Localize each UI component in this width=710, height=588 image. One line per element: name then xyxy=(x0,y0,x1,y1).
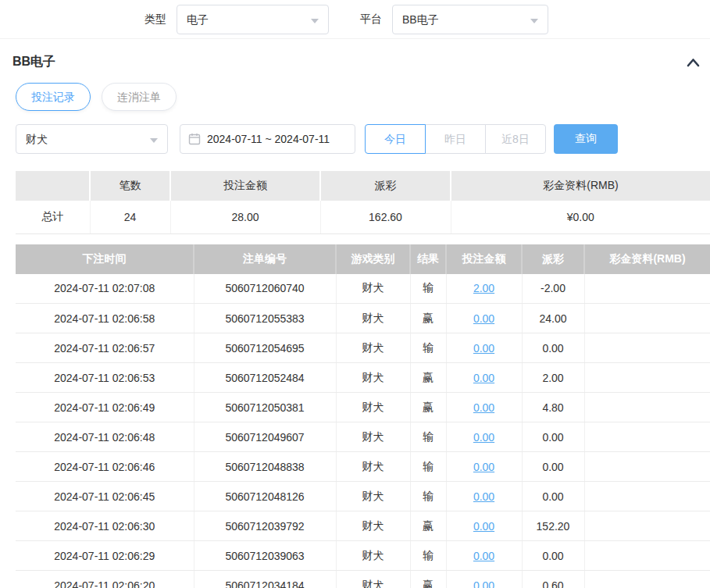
cell-bonus xyxy=(584,452,710,482)
bet-amount-link[interactable]: 0.00 xyxy=(473,461,494,473)
yesterday-button[interactable]: 昨日 xyxy=(425,124,486,154)
quick-date-button-group: 今日 昨日 近8日 xyxy=(365,124,546,154)
summary-header-payout: 派彩 xyxy=(320,171,451,201)
bet-amount-link[interactable]: 0.00 xyxy=(473,579,494,588)
section-header: BB电子 xyxy=(0,39,710,80)
header-bonus: 彩金资料(RMB) xyxy=(584,244,710,274)
header-game-category: 游戏类别 xyxy=(336,244,410,274)
cell-payout: 4.80 xyxy=(522,393,584,422)
query-row: 财犬 2024-07-11 ~ 2024-07-11 今日 昨日 近8日 查询 xyxy=(16,124,694,154)
cell-bonus xyxy=(584,422,710,452)
cell-game-category: 财犬 xyxy=(336,393,410,422)
cell-order-number: 5060712054695 xyxy=(194,333,336,363)
cell-result: 赢 xyxy=(410,363,446,393)
bet-amount-link[interactable]: 2.00 xyxy=(473,282,494,294)
cell-bet-amount: 0.00 xyxy=(446,571,522,588)
cell-payout: 0.00 xyxy=(522,541,584,571)
summary-header-row: 笔数 投注金额 派彩 彩金资料(RMB) xyxy=(16,171,710,201)
cell-payout: 0.60 xyxy=(522,571,584,588)
cell-bet-amount: 0.00 xyxy=(446,393,522,422)
platform-label: 平台 xyxy=(360,12,382,27)
cell-bet-time: 2024-07-11 02:06:49 xyxy=(16,393,194,422)
table-row: 2024-07-11 02:06:49 5060712050381 财犬 赢 0… xyxy=(16,393,710,422)
header-order-number: 注单编号 xyxy=(194,244,336,274)
cell-bonus xyxy=(584,333,710,363)
collapse-button[interactable] xyxy=(686,56,701,69)
summary-table: 笔数 投注金额 派彩 彩金资料(RMB) 总计 24 28.00 162.60 … xyxy=(16,171,710,234)
platform-select[interactable]: BB电子 xyxy=(392,5,548,34)
cell-bet-time: 2024-07-11 02:06:29 xyxy=(16,541,194,571)
search-button[interactable]: 查询 xyxy=(554,124,618,154)
cell-game-category: 财犬 xyxy=(336,304,410,333)
cell-game-category: 财犬 xyxy=(336,511,410,541)
tabs: 投注记录 连消注单 xyxy=(0,80,710,111)
cell-bet-amount: 0.00 xyxy=(446,541,522,571)
chevron-down-icon xyxy=(150,138,158,143)
cell-order-number: 5060712039792 xyxy=(194,511,336,541)
cell-result: 赢 xyxy=(410,511,446,541)
bet-amount-link[interactable]: 0.00 xyxy=(473,342,494,355)
table-row: 2024-07-11 02:07:08 5060712060740 财犬 输 2… xyxy=(16,274,710,304)
cell-order-number: 5060712039063 xyxy=(194,541,336,571)
cell-bet-amount: 0.00 xyxy=(446,333,522,363)
cell-bet-amount: 0.00 xyxy=(446,482,522,511)
cell-payout: 2.00 xyxy=(522,363,584,393)
table-row: 2024-07-11 02:06:53 5060712052484 财犬 赢 0… xyxy=(16,363,710,393)
bet-amount-link[interactable]: 0.00 xyxy=(473,431,494,444)
type-select[interactable]: 电子 xyxy=(177,5,329,34)
tab-cancelled-orders[interactable]: 连消注单 xyxy=(102,83,177,111)
cell-game-category: 财犬 xyxy=(336,363,410,393)
cell-bet-time: 2024-07-11 02:06:30 xyxy=(16,511,194,541)
header-bet-time: 下注时间 xyxy=(16,244,194,274)
bet-table-header-row: 下注时间 注单编号 游戏类别 结果 投注金额 派彩 彩金资料(RMB) xyxy=(16,244,710,274)
table-row: 2024-07-11 02:06:48 5060712049607 财犬 输 0… xyxy=(16,422,710,452)
cell-game-category: 财犬 xyxy=(336,541,410,571)
tab-bet-records[interactable]: 投注记录 xyxy=(16,83,91,111)
last8days-button[interactable]: 近8日 xyxy=(485,124,546,154)
bet-amount-link[interactable]: 0.00 xyxy=(473,401,494,414)
cell-payout: 24.00 xyxy=(522,304,584,333)
cell-bet-amount: 0.00 xyxy=(446,452,522,482)
cell-bet-time: 2024-07-11 02:06:53 xyxy=(16,363,194,393)
bet-amount-link[interactable]: 0.00 xyxy=(473,372,494,384)
header-payout: 派彩 xyxy=(522,244,584,274)
cell-game-category: 财犬 xyxy=(336,333,410,363)
bet-amount-link[interactable]: 0.00 xyxy=(473,520,494,533)
cell-game-category: 财犬 xyxy=(336,482,410,511)
today-button[interactable]: 今日 xyxy=(365,124,426,154)
cell-game-category: 财犬 xyxy=(336,571,410,588)
game-select-value: 财犬 xyxy=(26,133,48,145)
summary-header-count: 笔数 xyxy=(90,171,170,201)
cell-order-number: 5060712050381 xyxy=(194,393,336,422)
cell-bet-time: 2024-07-11 02:06:20 xyxy=(16,571,194,588)
cell-result: 输 xyxy=(410,482,446,511)
bet-amount-link[interactable]: 0.00 xyxy=(473,312,494,325)
cell-payout: 152.20 xyxy=(522,511,584,541)
cell-payout: 0.00 xyxy=(522,482,584,511)
table-row: 2024-07-11 02:06:20 5060712034184 财犬 赢 0… xyxy=(16,571,710,588)
date-range-picker[interactable]: 2024-07-11 ~ 2024-07-11 xyxy=(180,124,355,154)
cell-result: 输 xyxy=(410,541,446,571)
cell-order-number: 5060712049607 xyxy=(194,422,336,452)
cell-order-number: 5060712048126 xyxy=(194,482,336,511)
cell-bet-amount: 0.00 xyxy=(446,511,522,541)
cell-payout: 0.00 xyxy=(522,333,584,363)
chevron-down-icon xyxy=(311,19,319,23)
cell-bet-time: 2024-07-11 02:07:08 xyxy=(16,274,194,304)
cell-payout: 0.00 xyxy=(522,422,584,452)
type-select-value: 电子 xyxy=(187,13,209,26)
summary-total-bet-amount: 28.00 xyxy=(170,201,320,233)
bet-amount-link[interactable]: 0.00 xyxy=(473,550,494,562)
cell-game-category: 财犬 xyxy=(336,274,410,304)
cell-result: 输 xyxy=(410,452,446,482)
cell-result: 赢 xyxy=(410,393,446,422)
summary-total-bonus: ¥0.00 xyxy=(451,201,710,233)
table-row: 2024-07-11 02:06:45 5060712048126 财犬 输 0… xyxy=(16,482,710,511)
cell-bet-time: 2024-07-11 02:06:48 xyxy=(16,422,194,452)
cell-result: 输 xyxy=(410,422,446,452)
table-row: 2024-07-11 02:06:30 5060712039792 财犬 赢 0… xyxy=(16,511,710,541)
game-select[interactable]: 财犬 xyxy=(16,124,168,154)
cell-bet-amount: 2.00 xyxy=(446,274,522,304)
bet-amount-link[interactable]: 0.00 xyxy=(473,490,494,503)
table-row: 2024-07-11 02:06:58 5060712055383 财犬 赢 0… xyxy=(16,304,710,333)
